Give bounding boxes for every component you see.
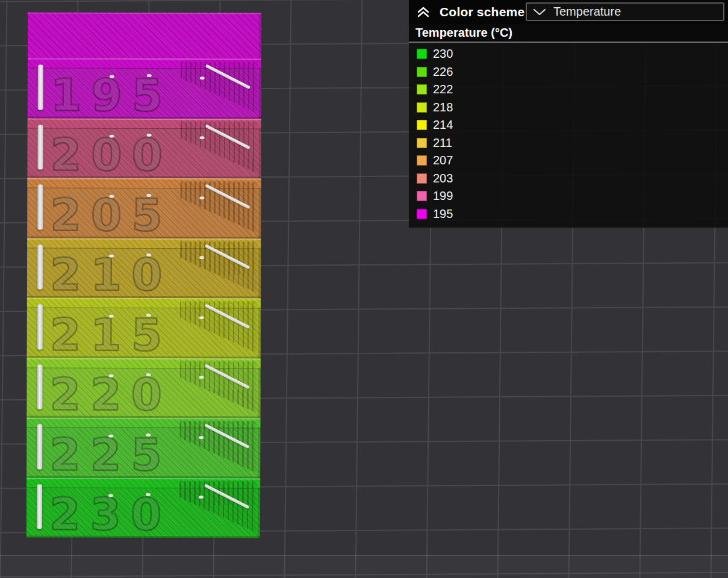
color-swatch <box>417 191 427 201</box>
stringing-post <box>37 244 43 290</box>
block-temperature-label: 195 <box>51 72 173 117</box>
tower-block-200[interactable]: 200 <box>27 118 261 179</box>
legend-item-211: 211 <box>409 134 728 152</box>
color-scheme-panel: Color scheme Temperature Temperature (°C… <box>409 0 728 228</box>
legend-list: 230226222218214211207203199195 <box>409 43 728 228</box>
build-plate-edge <box>0 555 728 578</box>
legend-value: 195 <box>433 207 453 221</box>
tower-block-195[interactable]: 195 <box>28 58 261 119</box>
stringing-post <box>37 424 42 470</box>
legend-value: 226 <box>433 65 453 79</box>
tower-block-215[interactable]: 215 <box>27 297 261 358</box>
temperature-tower[interactable]: 195200205210215220225230 <box>26 12 261 538</box>
legend-value: 207 <box>433 154 453 167</box>
color-swatch <box>417 120 427 130</box>
legend-item-226: 226 <box>409 63 728 81</box>
tower-block-225[interactable]: 225 <box>26 417 260 478</box>
block-temperature-label: 215 <box>50 312 172 357</box>
color-swatch <box>417 84 427 95</box>
color-swatch <box>417 155 427 166</box>
legend-item-199: 199 <box>409 187 728 205</box>
viewport-3d[interactable]: 195200205210215220225230 Color scheme Te… <box>0 0 728 578</box>
tower-block-220[interactable]: 220 <box>26 358 260 418</box>
legend-item-218: 218 <box>409 99 728 117</box>
block-temperature-label: 205 <box>50 192 172 237</box>
color-swatch <box>417 102 427 113</box>
tower-top-surface <box>28 12 261 58</box>
color-swatch <box>417 173 427 184</box>
color-scheme-dropdown[interactable]: Temperature <box>526 2 724 21</box>
legend-value: 230 <box>433 47 453 61</box>
stringing-post <box>37 305 43 350</box>
panel-title: Color scheme <box>440 5 524 19</box>
stringing-post <box>37 185 43 230</box>
block-temperature-label: 225 <box>49 432 172 477</box>
block-temperature-label: 200 <box>50 132 172 178</box>
tower-blocks: 195200205210215220225230 <box>26 58 261 538</box>
color-swatch <box>417 138 427 148</box>
block-temperature-label: 230 <box>49 492 172 537</box>
dropdown-value: Temperature <box>553 5 621 19</box>
tower-block-210[interactable]: 210 <box>27 238 261 299</box>
tower-block-230[interactable]: 230 <box>26 477 260 538</box>
legend-item-222: 222 <box>409 81 728 99</box>
legend-value: 211 <box>433 136 452 150</box>
legend-item-230: 230 <box>409 45 728 63</box>
legend-item-207: 207 <box>409 152 728 170</box>
legend-value: 203 <box>433 172 453 185</box>
color-swatch <box>417 49 427 59</box>
panel-header: Color scheme Temperature <box>409 0 728 24</box>
stringing-post <box>37 125 43 170</box>
block-temperature-label: 220 <box>49 372 172 417</box>
block-temperature-label: 210 <box>50 252 172 297</box>
legend-item-214: 214 <box>409 116 728 134</box>
collapse-panel-icon[interactable] <box>417 5 430 19</box>
legend-value: 214 <box>433 118 453 132</box>
legend-value: 222 <box>433 82 453 96</box>
legend-value: 199 <box>433 189 453 203</box>
tower-block-205[interactable]: 205 <box>27 178 261 238</box>
color-swatch <box>417 209 427 219</box>
legend-title: Temperature (°C) <box>409 24 728 43</box>
stringing-post <box>38 65 43 110</box>
legend-item-203: 203 <box>409 170 728 188</box>
legend-value: 218 <box>433 101 453 114</box>
color-swatch <box>417 67 427 77</box>
stringing-post <box>37 364 42 409</box>
chevron-down-icon <box>532 8 547 16</box>
legend-item-195: 195 <box>409 205 728 223</box>
stringing-post <box>37 484 42 529</box>
